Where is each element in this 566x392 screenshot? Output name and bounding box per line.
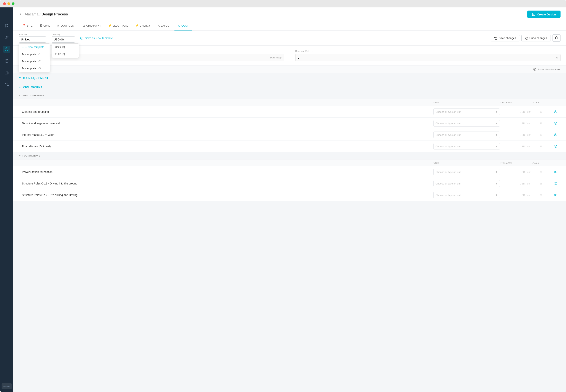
svg-point-22	[555, 172, 556, 173]
tab-equipment[interactable]: ⚙ EQUIPMENT	[53, 21, 79, 30]
currency-usd-item[interactable]: USD ($)	[52, 43, 79, 51]
main-equipment-chevron: ▼	[19, 77, 21, 79]
foundation-price: USD / unit	[500, 171, 531, 174]
save-changes-button[interactable]: Save changes	[491, 35, 520, 42]
template-item-v2[interactable]: Mytemplate_v2	[19, 58, 50, 65]
currency-dropdown: USD ($) EUR (€)	[52, 43, 79, 58]
poles-op2-visibility[interactable]	[551, 193, 561, 197]
svg-point-18	[555, 111, 556, 112]
main-equipment-header[interactable]: ▼ MAIN EQUIPMENT	[13, 73, 566, 83]
cost-inputs-row: Opex ⓘ EUR/MWp Discount Rate ⓘ	[13, 45, 566, 66]
row-roads-name: Internal roads (4.0 m width)	[22, 133, 433, 136]
tab-site[interactable]: 📍 SITE	[19, 21, 36, 30]
topsoil-unit-select[interactable]: Choose or type an unit ▼	[433, 120, 500, 127]
tab-electrical[interactable]: ⚡ ELECTRICAL	[105, 21, 132, 30]
brand-label: RatedPower	[3, 386, 11, 387]
ditches-unit-text: Choose or type an unit	[435, 145, 494, 148]
poles-op1-visibility[interactable]	[551, 182, 561, 185]
tab-civil[interactable]: 🏗 CIVIL	[36, 21, 53, 30]
civil-works-header[interactable]: ▲ CIVIL WORKS	[13, 83, 566, 92]
discount-label: Discount Rate ⓘ	[295, 49, 561, 53]
sidebar-item-users[interactable]	[3, 81, 10, 88]
template-item-v3[interactable]: Mytemplate_v3	[19, 65, 50, 72]
table-row: Power Station foundation Choose or type …	[13, 166, 566, 178]
save-as-new-template-button[interactable]: Save as New Template	[77, 35, 116, 41]
template-select[interactable]: Untitled Mytemplate_v1 Mytemplate_v2 Myt…	[19, 36, 46, 42]
breadcrumb-separator: /	[40, 12, 42, 16]
table-row: Structure Poles Op.2 - Pre-drilling and …	[13, 189, 566, 201]
poles-op1-unit-select[interactable]: Choose or type an unit ▼	[433, 180, 500, 187]
create-design-button[interactable]: Create Design	[527, 11, 561, 18]
undo-changes-button[interactable]: Undo changes	[522, 35, 551, 42]
poles-op2-unit-select[interactable]: Choose or type an unit ▼	[433, 192, 500, 198]
energy-icon: ⚡	[135, 24, 139, 27]
table-row: Structure Poles Op.1 - Driving into the …	[13, 178, 566, 189]
sidebar-item-briefcase[interactable]	[3, 69, 10, 76]
site-conditions-header[interactable]: ▼ SITE CONDITIONS	[13, 92, 566, 99]
currency-select[interactable]: USD ($) EUR (€)	[52, 36, 75, 42]
template-item-v1[interactable]: Mytemplate_v1	[19, 51, 50, 58]
site-icon: 📍	[22, 24, 26, 27]
info-icon-discount: ⓘ	[311, 49, 313, 53]
table-row: Road ditches (Optional) Choose or type a…	[13, 141, 566, 152]
topsoil-tax: %	[531, 122, 551, 125]
topsoil-visibility[interactable]	[551, 122, 561, 125]
tab-layout-label: LAYOUT	[161, 24, 171, 27]
col-price-label: Price/unit	[500, 101, 531, 104]
topsoil-unit-arrow: ▼	[495, 122, 498, 125]
poles-op1-tax: %	[531, 182, 551, 185]
sidebar-item-menu[interactable]	[3, 11, 10, 18]
topsoil-unit-text: Choose or type an unit	[435, 122, 494, 125]
row-topsoil-name: Topsoil and vegetation removal	[22, 122, 433, 125]
clearing-tax: %	[531, 111, 551, 113]
sidebar-item-help[interactable]	[3, 57, 10, 65]
main-equipment-title: MAIN EQUIPMENT	[23, 76, 48, 80]
poles-op2-unit-arrow: ▼	[495, 194, 498, 196]
grid-icon: ⊞	[83, 24, 85, 27]
clearing-unit-select[interactable]: Choose or type an unit ▼	[433, 109, 500, 115]
foundations-header[interactable]: ▼ FOUNDATIONS	[13, 152, 566, 159]
currency-label: Currency	[52, 33, 75, 36]
breadcrumb-prefix: Atacama	[25, 12, 39, 16]
currency-eur-item[interactable]: EUR (€)	[52, 51, 79, 58]
new-template-item[interactable]: + + New template	[19, 43, 50, 51]
clearing-visibility[interactable]	[551, 110, 561, 113]
sidebar: RatedPower	[0, 7, 13, 392]
svg-point-20	[555, 134, 556, 135]
civil-works-title: CIVIL WORKS	[23, 86, 43, 89]
close-button[interactable]	[3, 2, 6, 5]
new-template-label: + New template	[25, 45, 44, 49]
ditches-unit-select[interactable]: Choose or type an unit ▼	[433, 143, 500, 150]
delete-button[interactable]	[552, 34, 561, 42]
sidebar-item-cost[interactable]	[3, 46, 10, 53]
tab-layout[interactable]: △ LAYOUT	[154, 21, 174, 30]
poles-op2-price: USD / unit	[500, 194, 531, 196]
civil-works-section: ▲ CIVIL WORKS ▼ SITE CONDITIONS Unit Pri…	[13, 83, 566, 201]
tab-cost[interactable]: ⊙ COST	[174, 21, 192, 30]
foundation-unit-arrow: ▼	[495, 170, 498, 174]
tab-grid-point[interactable]: ⊞ GRID POINT	[79, 21, 105, 30]
civil-works-chevron: ▲	[19, 86, 21, 89]
col-header-empty-2	[22, 161, 433, 164]
sidebar-item-tools[interactable]	[3, 34, 10, 41]
sidebar-brand: RatedPower	[1, 383, 12, 389]
discount-input-wrap: %	[295, 54, 561, 61]
sidebar-item-flag[interactable]	[3, 22, 10, 29]
topsoil-price: USD / unit	[500, 122, 531, 125]
roads-visibility[interactable]	[551, 133, 561, 137]
col-unit-label: Unit	[433, 101, 500, 104]
clearing-price: USD / unit	[500, 111, 531, 113]
poles-op1-unit-text: Choose or type an unit	[435, 182, 494, 185]
back-button[interactable]	[19, 13, 22, 16]
table-row: Clearing and grubbing Choose or type an …	[13, 106, 566, 118]
page-header: Atacama / Design Process Create Design	[13, 7, 566, 21]
roads-unit-select[interactable]: Choose or type an unit ▼	[433, 131, 500, 138]
foundation-unit-select[interactable]: Choose or type an unit ▼	[433, 169, 500, 175]
maximize-button[interactable]	[12, 2, 15, 5]
show-disabled-button[interactable]: Show disabled rows	[533, 68, 561, 71]
foundation-visibility[interactable]	[551, 170, 561, 174]
discount-input[interactable]	[295, 54, 553, 61]
minimize-button[interactable]	[7, 2, 10, 5]
tab-energy[interactable]: ⚡ ENERGY	[132, 21, 154, 30]
ditches-visibility[interactable]	[551, 145, 561, 148]
